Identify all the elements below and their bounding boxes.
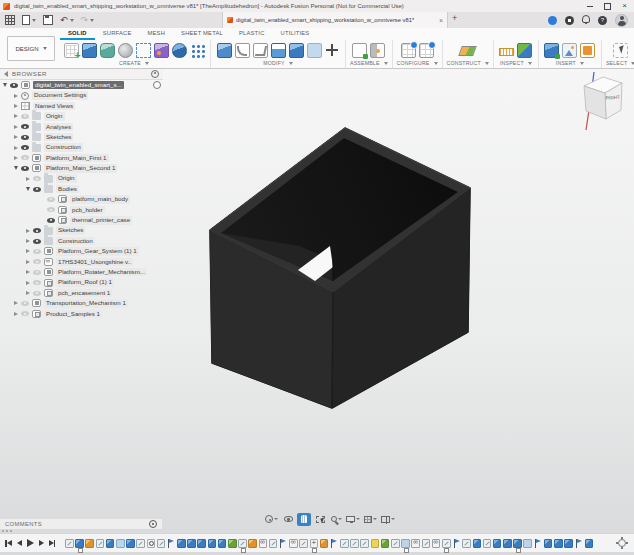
sketch-feature-icon[interactable] <box>483 539 492 548</box>
browser-row-platform-main-body[interactable]: platform_main_body <box>0 194 163 204</box>
collapse-panel-icon[interactable] <box>4 71 8 77</box>
sketch-feature-icon[interactable] <box>422 539 431 548</box>
job-status-icon[interactable] <box>548 16 557 25</box>
browser-row-thermal-printer-case[interactable]: thermal_printer_case <box>0 215 163 225</box>
expand-icon[interactable] <box>14 104 18 108</box>
collapse-icon[interactable] <box>26 187 30 191</box>
expand-icon[interactable] <box>26 260 30 264</box>
revolve-icon[interactable] <box>118 43 133 58</box>
browser-row-product-samples-1[interactable]: Product_Samples 1 <box>0 309 163 319</box>
group-label-create[interactable]: CREATE <box>119 60 149 66</box>
skip-to-end-button[interactable] <box>49 540 56 547</box>
sketch-feature-icon[interactable] <box>442 539 451 548</box>
tab-sheet-metal[interactable]: SHEET METAL <box>173 28 231 40</box>
fillet-icon[interactable] <box>235 43 250 58</box>
design-workspace-button[interactable]: DESIGN <box>7 36 55 61</box>
close-button[interactable]: × <box>622 3 627 9</box>
visibility-eye-icon[interactable] <box>33 228 41 233</box>
visibility-eye-icon[interactable] <box>33 239 41 244</box>
viewports-button[interactable] <box>380 513 396 526</box>
browser-row-construction[interactable]: Construction <box>0 236 163 246</box>
browser-row-origin[interactable]: Origin <box>0 111 163 121</box>
data-panel-button[interactable] <box>5 15 15 25</box>
browser-row-platform-main-second-1[interactable]: Platform_Main_Second 1 <box>0 163 163 173</box>
zoom-button[interactable] <box>329 513 343 526</box>
orbit-button[interactable] <box>264 513 279 526</box>
link-feature-icon[interactable] <box>259 539 268 548</box>
sketch-feature-icon[interactable] <box>269 539 278 548</box>
sketch-feature-icon[interactable] <box>350 539 359 548</box>
expand-icon[interactable] <box>26 249 30 253</box>
sketch-feature-icon[interactable] <box>340 539 349 548</box>
sketch-feature-icon[interactable] <box>157 539 166 548</box>
viewcube[interactable]: RIGHT <box>576 72 628 130</box>
visibility-eye-icon[interactable] <box>10 83 18 88</box>
extrude-feature-icon[interactable] <box>493 539 502 548</box>
measure-icon[interactable] <box>499 48 514 56</box>
visibility-eye-icon[interactable] <box>33 291 41 296</box>
insert-mesh-icon[interactable] <box>544 43 559 58</box>
play-button[interactable] <box>27 539 34 547</box>
visibility-eye-icon[interactable] <box>47 207 55 212</box>
browser-row-digital-twin-enabled-smart-s[interactable]: digital_twin_enabled_smart_s... <box>0 80 163 90</box>
look-at-button[interactable] <box>281 513 295 526</box>
document-tab[interactable]: digital_twin_enabled_smart_shipping_work… <box>222 12 448 28</box>
browser-header[interactable]: BROWSER <box>0 68 163 80</box>
configuration-icon[interactable] <box>401 43 416 58</box>
extrude-light-feature-icon[interactable] <box>116 539 125 548</box>
extrude-feature-icon[interactable] <box>106 539 115 548</box>
sketch-feature-icon[interactable] <box>360 539 369 548</box>
canvas-icon[interactable] <box>562 43 577 58</box>
sweep-icon[interactable] <box>100 43 115 58</box>
tab-solid[interactable]: SOLID <box>60 28 95 40</box>
extrude-icon[interactable] <box>82 43 97 58</box>
link-feature-icon[interactable] <box>289 539 298 548</box>
browser-row-platform-rotater-mechanism[interactable]: Platform_Rotater_Mechanism... <box>0 267 163 277</box>
browser-row-origin[interactable]: Origin <box>0 174 163 184</box>
milestone-flag-icon[interactable] <box>167 539 176 548</box>
extrude-light-feature-icon[interactable] <box>401 539 410 548</box>
offset-face-icon[interactable] <box>307 43 322 58</box>
browser-row-platform-main-first-1[interactable]: Platform_Main_First 1 <box>0 153 163 163</box>
tab-plastic[interactable]: PLASTIC <box>231 28 273 40</box>
section-analysis-icon[interactable] <box>517 43 532 58</box>
expand-icon[interactable] <box>14 94 18 98</box>
link-feature-icon[interactable] <box>411 539 420 548</box>
revolve-feature-icon[interactable] <box>147 539 156 548</box>
select-icon[interactable] <box>613 43 628 58</box>
browser-row-pcb-encasement-1[interactable]: pcb_encasement 1 <box>0 288 163 298</box>
extrude-feature-icon[interactable] <box>513 539 522 548</box>
comments-toggle-icon[interactable] <box>149 520 157 528</box>
combine-icon[interactable] <box>289 43 304 58</box>
sketch-feature-icon[interactable] <box>391 539 400 548</box>
visibility-eye-icon[interactable] <box>47 197 55 202</box>
browser-row-construction[interactable]: Construction <box>0 142 163 152</box>
extrude-feature-icon[interactable] <box>177 539 186 548</box>
move-feature-icon[interactable] <box>310 539 319 548</box>
extrude-feature-icon[interactable] <box>187 539 196 548</box>
group-label-assemble[interactable]: ASSEMBLE <box>350 60 388 66</box>
expand-icon[interactable] <box>26 229 30 233</box>
comments-bar[interactable]: COMMENTS <box>0 518 163 530</box>
sketch-feature-icon[interactable] <box>462 539 471 548</box>
grid-layout-button[interactable] <box>363 513 378 526</box>
configuration-table-icon[interactable] <box>419 43 434 58</box>
expand-icon[interactable] <box>14 125 18 129</box>
appearance-feature-icon[interactable] <box>381 539 390 548</box>
collapse-icon[interactable] <box>3 83 7 87</box>
undo-button[interactable]: ↶ <box>60 16 74 24</box>
move-copy-icon[interactable] <box>325 43 340 58</box>
chamfer-icon[interactable] <box>253 43 268 58</box>
maximize-button[interactable] <box>604 3 611 10</box>
avatar[interactable] <box>615 14 628 27</box>
browser-row-analyses[interactable]: Analyses <box>0 122 163 132</box>
step-back-button[interactable] <box>17 540 22 546</box>
visibility-eye-icon[interactable] <box>33 280 41 285</box>
material-feature-icon[interactable] <box>371 539 380 548</box>
visibility-eye-icon[interactable] <box>33 270 41 275</box>
shell-icon[interactable] <box>271 43 286 58</box>
milestone-flag-icon[interactable] <box>574 539 583 548</box>
pan-button[interactable] <box>297 513 311 526</box>
extrude-light-feature-icon[interactable] <box>523 539 532 548</box>
close-tab-icon[interactable]: × <box>439 17 443 24</box>
